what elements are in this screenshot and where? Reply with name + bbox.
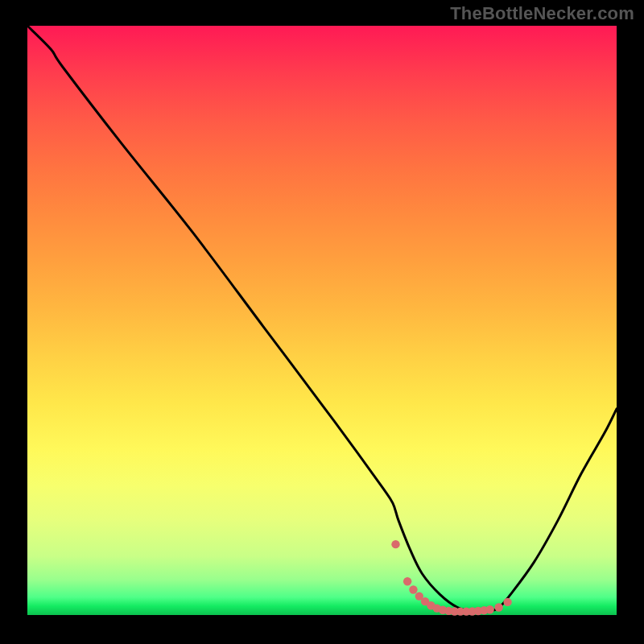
- plot-area: [27, 26, 617, 615]
- watermark-text: TheBottleNecker.com: [450, 3, 634, 24]
- svg-point-15: [485, 605, 493, 613]
- svg-point-0: [391, 540, 399, 548]
- svg-point-2: [409, 585, 417, 593]
- svg-point-16: [494, 603, 502, 611]
- plot-svg: [27, 26, 617, 615]
- chart-frame: TheBottleNecker.com: [0, 0, 644, 644]
- bottleneck-curve: [27, 26, 617, 612]
- svg-point-1: [403, 577, 411, 585]
- svg-point-17: [503, 598, 511, 606]
